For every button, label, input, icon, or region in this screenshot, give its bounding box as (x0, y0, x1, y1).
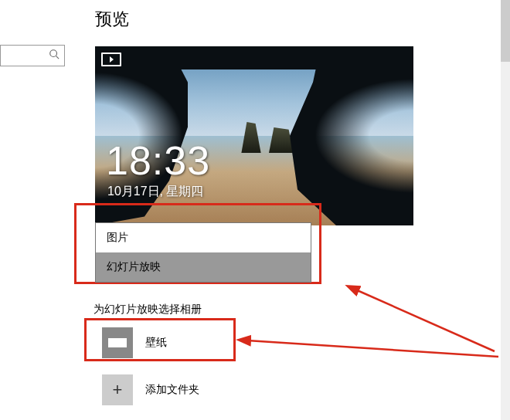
page-title: 预览 (95, 8, 497, 31)
scrollbar-thumb[interactable] (501, 0, 510, 62)
annotation-arrow (232, 309, 510, 374)
lockscreen-preview: 18:33 10月17日, 星期四 (95, 46, 413, 225)
album-item[interactable]: 壁纸 (102, 327, 167, 358)
dropdown-option-picture[interactable]: 图片 (96, 223, 311, 252)
search-icon (49, 49, 60, 63)
svg-line-3 (247, 340, 498, 357)
search-input[interactable] (0, 45, 65, 66)
add-folder-label: 添加文件夹 (145, 383, 199, 397)
vertical-scrollbar[interactable] (501, 0, 510, 420)
svg-line-2 (355, 290, 495, 351)
slideshow-icon (101, 52, 121, 66)
lockscreen-time: 18:33 (106, 137, 210, 184)
album-label: 壁纸 (145, 336, 167, 350)
albums-section-label: 为幻灯片放映选择相册 (94, 303, 202, 317)
dropdown-option-slideshow[interactable]: 幻灯片放映 (96, 252, 311, 282)
lockscreen-date: 10月17日, 星期四 (107, 184, 203, 200)
add-folder-button[interactable]: + 添加文件夹 (102, 374, 199, 405)
background-type-dropdown[interactable]: 图片 幻灯片放映 (95, 222, 311, 283)
plus-icon: + (102, 374, 133, 405)
svg-line-1 (56, 56, 60, 59)
svg-point-0 (50, 50, 57, 57)
album-thumbnail (102, 327, 133, 358)
